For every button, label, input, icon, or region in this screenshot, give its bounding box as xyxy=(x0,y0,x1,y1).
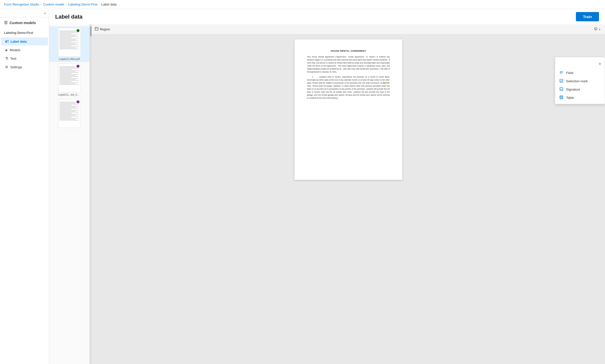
document-body: This House Rental Agreement ("Agreement,… xyxy=(307,55,390,100)
hamburger-icon: ☰ xyxy=(4,20,8,25)
file-status-dot-1 xyxy=(77,65,80,68)
workspace: Legal(21)-filled.pdf xyxy=(49,24,605,364)
breadcrumb-item-1[interactable]: Custom model xyxy=(43,3,64,6)
region-icon xyxy=(95,27,98,31)
breadcrumb-sep-0: › xyxy=(41,3,42,6)
svg-rect-10 xyxy=(560,96,563,99)
sidebar-settings-text: Settings xyxy=(10,65,22,69)
doc-toolbar: Region ∨ xyxy=(92,24,605,34)
page-title: Label data xyxy=(55,14,83,20)
content-area: Label data Train xyxy=(49,9,605,364)
file-item-2[interactable] xyxy=(49,98,90,130)
breadcrumb-sep-1: › xyxy=(66,3,67,6)
sidebar-test-text: Test xyxy=(10,57,16,60)
file-status-dot-0 xyxy=(77,29,80,32)
thumb-lines-0 xyxy=(59,31,80,49)
toolbar-right: ∨ xyxy=(592,26,602,33)
layers-button[interactable]: ∨ xyxy=(592,26,602,33)
doc-highlight-date: April 25, xyxy=(383,82,390,84)
breadcrumb-item-3: Label data xyxy=(101,3,117,6)
menu-item-field[interactable]: Field xyxy=(555,69,605,77)
doc-paragraph-0: This House Rental Agreement ("Agreement,… xyxy=(307,55,390,74)
field-icon xyxy=(559,71,564,75)
svg-marker-2 xyxy=(594,27,597,29)
chevron-down-icon: ∨ xyxy=(599,28,600,31)
layers-icon xyxy=(594,27,598,32)
document-page: HOUSE RENTAL AGREEMENT This House Rental… xyxy=(294,39,402,180)
svg-line-4 xyxy=(596,29,597,30)
sidebar-section-title: Labeling Demo-First xyxy=(0,28,49,36)
models-icon: ◈ xyxy=(5,48,8,52)
file-label-0: Legal(21)-filled.pdf xyxy=(59,58,80,60)
table-icon xyxy=(559,96,564,100)
sidebar: « ☰ Custom models Labeling Demo-First 🏷 … xyxy=(0,9,49,364)
signature-icon xyxy=(559,87,564,92)
sidebar-navigation: 🏷 Label data ◈ Models ⚗ Test ⚙ Settings xyxy=(0,36,49,72)
add-field-button[interactable]: + xyxy=(598,61,602,67)
breadcrumb-sep-2: › xyxy=(99,3,100,6)
app-title-label: Custom models xyxy=(10,21,36,25)
svg-rect-0 xyxy=(95,27,98,30)
label-data-icon: 🏷 xyxy=(5,39,9,43)
file-list-scroll-thumb[interactable] xyxy=(90,26,92,36)
menu-item-signature-label: Signature xyxy=(566,88,580,91)
file-thumbnail-0 xyxy=(58,28,81,57)
toolbar-left: Region xyxy=(95,27,110,31)
train-button[interactable]: Train xyxy=(576,12,599,21)
file-list-panel: Legal(21)-filled.pdf xyxy=(49,24,92,364)
file-item-0[interactable]: Legal(21)-filled.pdf xyxy=(49,26,90,62)
page-header: Label data Train xyxy=(49,9,605,24)
file-label-1: Legal(21)...led_02.pdf xyxy=(58,93,81,96)
thumb-lines-1 xyxy=(59,66,80,85)
menu-item-selection-mark-label: Selection mark xyxy=(566,79,588,83)
sidebar-label-data-text: Label data xyxy=(11,40,27,43)
sidebar-item-settings[interactable]: ⚙ Settings xyxy=(1,63,48,71)
right-panel-header: + xyxy=(555,59,605,69)
document-view: HOUSE RENTAL AGREEMENT This House Rental… xyxy=(92,34,605,364)
breadcrumb-item-0[interactable]: Form Recognizer Studio xyxy=(4,3,39,6)
sidebar-collapse-button[interactable]: « xyxy=(43,11,47,16)
right-panel-dropdown: + Field xyxy=(555,57,605,104)
breadcrumb: Form Recognizer Studio › Custom model › … xyxy=(0,0,605,9)
region-tool[interactable]: Region xyxy=(95,27,110,31)
settings-icon: ⚙ xyxy=(5,65,8,69)
selection-mark-icon xyxy=(559,79,564,83)
region-label: Region xyxy=(100,27,110,31)
file-panel-inner: Legal(21)-filled.pdf xyxy=(49,24,92,364)
svg-rect-8 xyxy=(560,79,563,82)
breadcrumb-item-2[interactable]: Labeling Demo-First xyxy=(68,3,97,6)
thumb-lines-2 xyxy=(59,102,80,120)
sidebar-item-models[interactable]: ◈ Models xyxy=(1,46,48,54)
doc-paragraph-1: 1. Landlord rents to Tenant, unfurnished… xyxy=(307,76,390,100)
file-thumbnail-1 xyxy=(58,63,81,92)
document-title: HOUSE RENTAL AGREEMENT xyxy=(307,49,390,53)
file-list: Legal(21)-filled.pdf xyxy=(49,24,90,364)
file-status-dot-2 xyxy=(77,100,80,103)
app-title: ☰ Custom models xyxy=(0,17,49,28)
file-item-1[interactable]: Legal(21)...led_02.pdf xyxy=(49,62,90,98)
sidebar-item-label-data[interactable]: 🏷 Label data xyxy=(1,37,48,45)
test-icon: ⚗ xyxy=(5,56,8,60)
doc-and-right: Region ∨ xyxy=(92,24,605,364)
sidebar-toggle-area: « xyxy=(0,9,49,17)
file-list-scrollbar[interactable] xyxy=(90,24,92,364)
sidebar-item-test[interactable]: ⚗ Test xyxy=(1,54,48,62)
menu-item-table-label: Table xyxy=(566,96,574,100)
file-thumbnail-2 xyxy=(58,99,81,128)
menu-item-selection-mark[interactable]: Selection mark xyxy=(555,77,605,85)
svg-line-3 xyxy=(594,29,596,30)
menu-item-signature[interactable]: Signature xyxy=(555,85,605,94)
menu-item-field-label: Field xyxy=(566,71,573,75)
sidebar-models-text: Models xyxy=(10,48,20,52)
menu-item-table[interactable]: Table xyxy=(555,94,605,102)
